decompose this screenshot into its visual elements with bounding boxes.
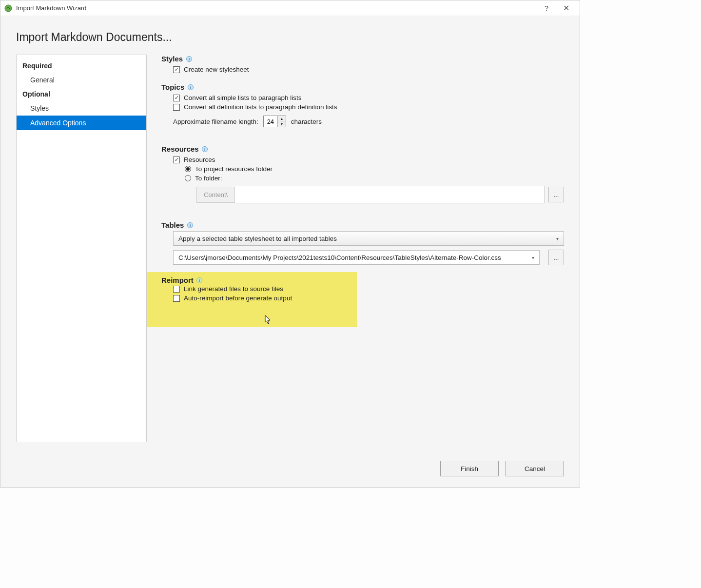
footer-buttons: Finish Cancel: [440, 461, 564, 476]
svg-text:i: i: [189, 57, 190, 61]
chevron-down-icon: ▾: [532, 255, 534, 260]
create-stylesheet-checkbox[interactable]: [173, 66, 180, 73]
folder-input[interactable]: [235, 186, 545, 203]
auto-reimport-checkbox[interactable]: [173, 295, 180, 302]
to-folder-label: To folder:: [195, 175, 222, 182]
table-stylesheet-combobox[interactable]: C:\Users\jmorse\Documents\My Projects\20…: [173, 250, 540, 265]
to-folder-radio[interactable]: [185, 175, 191, 181]
cursor-icon: [265, 315, 273, 325]
sidebar-heading-required: Required: [17, 59, 146, 73]
svg-text:i: i: [199, 278, 200, 283]
table-mode-text: Apply a selected table stylesheet to all…: [178, 235, 556, 242]
link-files-checkbox[interactable]: [173, 286, 180, 293]
sidebar-item-advanced-options[interactable]: Advanced Options: [17, 116, 146, 130]
spinner-down-button[interactable]: ▼: [278, 121, 286, 127]
svg-point-0: [5, 5, 12, 12]
resources-label: Resources: [184, 156, 215, 163]
to-project-label: To project resources folder: [195, 165, 273, 173]
cancel-button[interactable]: Cancel: [506, 461, 564, 476]
wizard-window: Import Markdown Wizard ? ✕ Import Markdo…: [0, 0, 580, 488]
sidebar-item-general[interactable]: General: [17, 73, 146, 87]
auto-reimport-label: Auto-reimport before generate output: [184, 294, 292, 302]
titlebar: Import Markdown Wizard ? ✕: [0, 0, 580, 16]
filename-length-spinner[interactable]: ▲ ▼: [263, 116, 286, 127]
folder-prefix: Content\: [196, 187, 235, 203]
finish-button[interactable]: Finish: [440, 461, 499, 476]
reimport-highlight: Reimport i Link generated files to sourc…: [147, 272, 357, 327]
info-icon[interactable]: i: [187, 222, 193, 228]
create-stylesheet-label: Create new stylesheet: [184, 66, 249, 73]
tables-heading: Tables i: [161, 221, 564, 229]
app-icon: [4, 4, 12, 12]
info-icon[interactable]: i: [202, 146, 208, 152]
spinner-up-button[interactable]: ▲: [278, 116, 286, 121]
chevron-down-icon: ▾: [556, 236, 559, 241]
convert-definition-lists-checkbox[interactable]: [173, 104, 180, 111]
sidebar-item-styles[interactable]: Styles: [17, 101, 146, 116]
filename-length-input[interactable]: [264, 118, 277, 125]
browse-stylesheet-button[interactable]: ...: [548, 250, 564, 265]
resources-heading: Resources i: [161, 145, 564, 153]
main-panel: Styles i Create new stylesheet Topics i …: [161, 55, 564, 442]
table-stylesheet-path: C:\Users\jmorse\Documents\My Projects\20…: [178, 254, 532, 261]
styles-heading: Styles i: [161, 55, 564, 63]
to-project-radio[interactable]: [185, 166, 191, 172]
svg-text:i: i: [190, 223, 191, 228]
close-button[interactable]: ✕: [556, 1, 576, 15]
convert-simple-lists-checkbox[interactable]: [173, 95, 180, 101]
topics-heading: Topics i: [161, 83, 564, 91]
topics-heading-label: Topics: [161, 83, 184, 91]
styles-heading-label: Styles: [161, 55, 183, 63]
browse-folder-button[interactable]: ...: [548, 187, 564, 202]
resources-checkbox[interactable]: [173, 157, 180, 163]
resources-heading-label: Resources: [161, 145, 199, 153]
info-icon[interactable]: i: [187, 84, 194, 90]
reimport-heading: Reimport i: [161, 276, 357, 284]
help-button[interactable]: ?: [537, 1, 556, 15]
characters-label: characters: [291, 118, 322, 125]
page-title: Import Markdown Documents...: [16, 31, 564, 44]
svg-text:i: i: [190, 85, 191, 90]
filename-length-label: Approximate filename length:: [173, 118, 258, 125]
sidebar-heading-optional: Optional: [17, 87, 146, 101]
info-icon[interactable]: i: [196, 277, 203, 283]
link-files-label: Link generated files to source files: [184, 285, 283, 293]
tables-heading-label: Tables: [161, 221, 184, 229]
convert-definition-lists-label: Convert all definition lists to paragrap…: [184, 103, 337, 111]
svg-text:i: i: [204, 147, 205, 152]
window-title: Import Markdown Wizard: [16, 4, 537, 12]
page-body: Import Markdown Documents... Required Ge…: [0, 16, 580, 487]
reimport-heading-label: Reimport: [161, 276, 194, 284]
table-mode-combobox[interactable]: Apply a selected table stylesheet to all…: [173, 231, 564, 246]
sidebar: Required General Optional Styles Advance…: [16, 55, 147, 442]
convert-simple-lists-label: Convert all simple lists to paragraph li…: [184, 94, 302, 101]
info-icon[interactable]: i: [186, 56, 192, 62]
